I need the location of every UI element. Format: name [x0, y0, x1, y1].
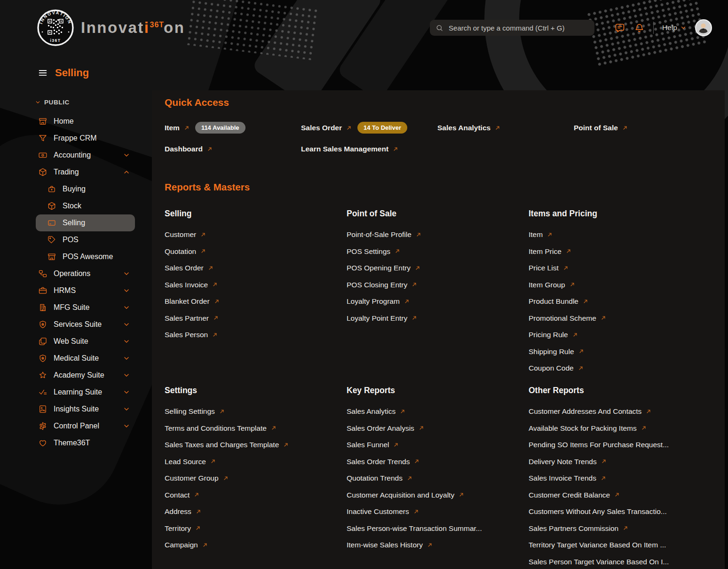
sidebar-item-operations[interactable]: Operations	[36, 265, 135, 282]
link-price-list[interactable]: Price List	[529, 263, 711, 272]
app-logo[interactable]: INNOVATION i36T Innovati36Ton	[37, 9, 185, 47]
link-sales-analytics[interactable]: Sales Analytics	[347, 407, 529, 416]
link-delivery-note-trends[interactable]: Delivery Note Trends	[529, 457, 711, 466]
link-item-group[interactable]: Item Group	[529, 280, 711, 289]
link-selling-settings[interactable]: Selling Settings	[165, 407, 347, 416]
link-customer-group[interactable]: Customer Group	[165, 474, 347, 482]
sidebar-item-trading[interactable]: Trading	[36, 164, 135, 181]
sidebar-item-hrms[interactable]: HRMS	[36, 282, 135, 299]
quick-access-item[interactable]: Item114 Available	[165, 120, 301, 135]
link-sales-funnel[interactable]: Sales Funnel	[347, 440, 529, 449]
link-customer[interactable]: Customer	[165, 230, 347, 239]
link-campaign[interactable]: Campaign	[165, 540, 347, 549]
flow-icon	[38, 269, 47, 278]
link-available-stock-for-packing-items[interactable]: Available Stock for Packing Items	[529, 424, 711, 433]
bell-icon[interactable]	[634, 23, 645, 33]
link-pos-opening-entry[interactable]: POS Opening Entry	[347, 263, 529, 272]
user-avatar[interactable]	[695, 19, 712, 36]
chevron-down-icon	[123, 287, 130, 294]
help-label: Help	[662, 24, 677, 32]
sidebar-toggle-icon[interactable]	[38, 68, 48, 78]
count-badge[interactable]: 14 To Deliver	[357, 122, 407, 134]
sidebar-item-theme36t[interactable]: Theme36T	[36, 435, 135, 451]
link-loyalty-point-entry[interactable]: Loyalty Point Entry	[347, 314, 529, 323]
link-territory[interactable]: Territory	[165, 524, 347, 533]
workspace-title: Selling	[55, 67, 89, 79]
link-sales-invoice-trends[interactable]: Sales Invoice Trends	[529, 474, 711, 482]
sidebar-item-services-suite[interactable]: Services Suite	[36, 316, 135, 333]
sidebar-item-home[interactable]: Home	[36, 113, 135, 130]
link-sales-taxes-and-charges-template[interactable]: Sales Taxes and Charges Template	[165, 440, 347, 449]
count-badge[interactable]: 114 Available	[195, 122, 245, 134]
link-sales-person-wise-transaction-summar[interactable]: Sales Person-wise Transaction Summar...	[347, 524, 529, 533]
sidebar-item-accounting[interactable]: Accounting	[36, 147, 135, 164]
link-shipping-rule[interactable]: Shipping Rule	[529, 347, 711, 356]
link-item[interactable]: Item	[529, 230, 711, 239]
sidebar-item-medical-suite[interactable]: Medical Suite	[36, 350, 135, 367]
link-sales-order-trends[interactable]: Sales Order Trends	[347, 457, 529, 466]
link-sales-person[interactable]: Sales Person	[165, 330, 347, 339]
sidebar-item-academy-suite[interactable]: Academy Suite	[36, 367, 135, 384]
link-label: Item	[165, 124, 180, 132]
link-inactive-customers[interactable]: Inactive Customers	[347, 507, 529, 516]
link-blanket-order[interactable]: Blanket Order	[165, 297, 347, 306]
sidebar-item-pos[interactable]: POS	[36, 231, 135, 248]
sidebar-item-pos-awesome[interactable]: POS Awesome	[36, 248, 135, 265]
link-territory-target-variance-based-on-item[interactable]: Territory Target Variance Based On Item …	[529, 540, 711, 549]
arrow-ne-icon	[200, 232, 206, 237]
global-search[interactable]	[430, 20, 594, 36]
sidebar-item-label: Frappe CRM	[54, 134, 97, 142]
sidebar-section-public[interactable]: PUBLIC	[35, 99, 152, 106]
link-customer-credit-balance[interactable]: Customer Credit Balance	[529, 490, 711, 499]
link-lead-source[interactable]: Lead Source	[165, 457, 347, 466]
sidebar-item-label: POS	[63, 236, 79, 244]
link-customer-acquisition-and-loyalty[interactable]: Customer Acquisition and Loyalty	[347, 490, 529, 499]
sidebar-item-web-suite[interactable]: Web Suite	[36, 333, 135, 350]
sidebar-item-selling[interactable]: Selling	[36, 214, 135, 231]
sidebar-item-control-panel[interactable]: Control Panel	[36, 418, 135, 435]
sidebar-item-stock[interactable]: Stock	[36, 198, 135, 214]
link-pos-settings[interactable]: POS Settings	[347, 247, 529, 256]
link-pricing-rule[interactable]: Pricing Rule	[529, 330, 711, 339]
link-promotional-scheme[interactable]: Promotional Scheme	[529, 314, 711, 323]
link-quotation-trends[interactable]: Quotation Trends	[347, 474, 529, 482]
quick-access-sales-order[interactable]: Sales Order14 To Deliver	[301, 120, 437, 135]
link-point-of-sale-profile[interactable]: Point-of-Sale Profile	[347, 230, 529, 239]
sidebar: Selling PUBLIC HomeFrappe CRMAccountingT…	[0, 55, 152, 569]
link-sales-order-analysis[interactable]: Sales Order Analysis	[347, 424, 529, 433]
link-contact[interactable]: Contact	[165, 490, 347, 499]
sidebar-item-buying[interactable]: Buying	[36, 181, 135, 198]
link-customer-addresses-and-contacts[interactable]: Customer Addresses And Contacts	[529, 407, 711, 416]
link-terms-and-conditions-template[interactable]: Terms and Conditions Template	[165, 424, 347, 433]
link-sales-order[interactable]: Sales Order	[165, 263, 347, 272]
sidebar-item-insights-suite[interactable]: Insights Suite	[36, 401, 135, 418]
shield-star-icon	[38, 354, 47, 363]
link-sales-invoice[interactable]: Sales Invoice	[165, 280, 347, 289]
link-sales-person-target-variance-based-on-i[interactable]: Sales Person Target Variance Based On I.…	[529, 557, 711, 566]
link-loyalty-program[interactable]: Loyalty Program	[347, 297, 529, 306]
comment-icon[interactable]	[614, 22, 625, 33]
link-pos-closing-entry[interactable]: POS Closing Entry	[347, 280, 529, 289]
link-item-wise-sales-history[interactable]: Item-wise Sales History	[347, 540, 529, 549]
header-divider	[653, 22, 654, 34]
quick-access-dashboard[interactable]: Dashboard	[165, 142, 301, 156]
sidebar-item-frappe-crm[interactable]: Frappe CRM	[36, 130, 135, 147]
quick-access-sales-analytics[interactable]: Sales Analytics	[437, 120, 574, 135]
link-sales-partner[interactable]: Sales Partner	[165, 314, 347, 323]
link-pending-so-items-for-purchase-request[interactable]: Pending SO Items For Purchase Request...	[529, 440, 711, 449]
sidebar-item-learning-suite[interactable]: Learning Suite	[36, 384, 135, 401]
link-quotation[interactable]: Quotation	[165, 247, 347, 256]
arrow-ne-icon	[200, 248, 206, 254]
link-coupon-code[interactable]: Coupon Code	[529, 364, 711, 372]
link-label: Loyalty Point Entry	[347, 314, 407, 323]
quick-access-point-of-sale[interactable]: Point of Sale	[574, 120, 710, 135]
link-address[interactable]: Address	[165, 507, 347, 516]
quick-access-learn-sales-management[interactable]: Learn Sales Management	[301, 142, 437, 156]
help-menu[interactable]: Help	[662, 24, 687, 32]
link-product-bundle[interactable]: Product Bundle	[529, 297, 711, 306]
link-item-price[interactable]: Item Price	[529, 247, 711, 256]
link-sales-partners-commission[interactable]: Sales Partners Commission	[529, 524, 711, 533]
link-customers-without-any-sales-transactio[interactable]: Customers Without Any Sales Transactio..…	[529, 507, 711, 516]
search-input[interactable]	[448, 24, 589, 32]
sidebar-item-mfg-suite[interactable]: MFG Suite	[36, 299, 135, 316]
